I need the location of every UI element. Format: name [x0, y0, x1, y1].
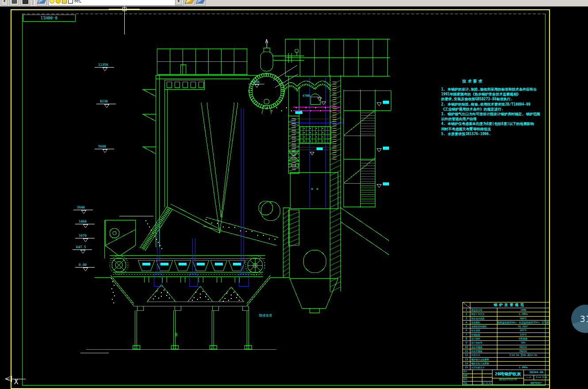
layers-toolbar: ▾ 5孔 ▾	[0, 0, 588, 7]
fill-square-icon[interactable]	[20, 0, 30, 6]
spec-row: 7排烟温度135℃	[463, 333, 549, 337]
signature-row: 制图	[463, 374, 492, 378]
spec-row: 13锅炉最大运输重量	[463, 358, 549, 362]
grid-icon-glyph	[12, 0, 17, 4]
ash-bunker	[95, 275, 283, 310]
elevation-value: 11350	[98, 63, 108, 67]
technical-notes: 技术要求 1. 本锅炉的设计,制造,验收所采用的标准和技术条件应符合 1991年…	[441, 79, 541, 136]
spec-row: 5省煤器受热面积91.92m²	[463, 325, 549, 329]
layer-select[interactable]: 5孔 ▾	[48, 0, 183, 6]
crosshair-cursor-top	[124, 0, 125, 6]
spec-row: 4受热面积辐射受热面积40㎡ 对流受热面积358㎡ 空气预热器313㎡	[463, 321, 549, 325]
tech-notes-body: 1. 本锅炉的设计,制造,验收所采用的标准和技术条件应符合 1991年国家颁布的…	[441, 87, 541, 136]
tech-note-line: 同时不考虑露天布置等特殊情况	[441, 127, 541, 132]
spec-table-header: 锅炉主要规范	[463, 302, 549, 308]
tech-note-line: 5. 水质要求按JB1576-1996.	[441, 132, 541, 136]
tech-note-line: 1991年国家颁布的《热水锅炉安全技术监察规程》	[441, 92, 541, 97]
drawing-title: 20吨锅炉吹灰	[493, 370, 523, 378]
chain-grate	[110, 255, 265, 276]
make-layer-current-icon[interactable]	[185, 0, 195, 6]
signature-grid: 设计制图校对审核96-10-10	[463, 370, 493, 385]
signature-row: 设计	[463, 370, 492, 374]
ucs-icon: X	[5, 376, 26, 386]
layer-properties-glyph	[196, 0, 206, 4]
design-company: 锅炉技术开发设计院	[493, 378, 523, 385]
furnace-enclosure	[140, 75, 279, 251]
manufacturer: 锅炉制造厂	[524, 380, 549, 385]
spec-row: 2额定工作压力1.3MPa	[463, 312, 549, 316]
top-platform-railing	[157, 49, 248, 74]
elevation-value: 2040	[77, 205, 85, 209]
stair-tower	[340, 90, 391, 255]
elevation-value: 1460	[79, 219, 87, 223]
layers-glyph	[37, 0, 47, 4]
sheet-count: 共1张 第1张	[534, 375, 549, 380]
spec-row: 6给水温度105℃	[463, 329, 549, 332]
frame-label: 0-00H11	[41, 15, 57, 20]
spec-table-rows: 1额定热功率14MW2额定工作压力1.3MPa3额定蒸汽温度300℃4受热面积辐…	[463, 308, 549, 370]
bulb-icon[interactable]	[50, 0, 54, 4]
upper-right-railing	[285, 39, 390, 76]
ash-speckles	[153, 290, 240, 302]
tech-note-line: 以外的管道由用户自理	[441, 117, 541, 121]
signature-row: 审核96-10-10	[463, 381, 492, 385]
fill-square-glyph	[23, 0, 28, 4]
coal-feeder	[104, 220, 135, 258]
spec-row: 8设计煤种Ⅱ类烟煤	[463, 337, 549, 341]
tech-note-line: 4. 本锅炉仅考虑基本烈度为8度(包括8度)以下的地震影响	[441, 121, 541, 126]
drawing-number: 50344-0A	[524, 370, 549, 375]
layers-icon[interactable]	[37, 0, 47, 6]
layer-name-label: 5孔	[74, 0, 81, 4]
section-b-label: B	[175, 332, 177, 337]
spec-table-title: 锅炉主要规范	[470, 302, 549, 308]
spec-corner-cell	[463, 302, 470, 308]
tech-note-line: 1. 本锅炉的设计,制造,验收所采用的标准和技术条件应符合	[441, 87, 541, 92]
sun-icon[interactable]	[56, 0, 61, 4]
svg-text:X: X	[14, 378, 18, 386]
spec-row: 14锅炉安装工地重量	[463, 362, 549, 366]
elevation-value: 0.00	[79, 263, 87, 267]
spec-row: 9设计热效率80%	[463, 341, 549, 345]
economizer-tube-bank	[300, 126, 331, 143]
spec-row: 1额定热功率14MW	[463, 308, 549, 312]
left-elevation-markers: 1135082305600204014601070647.50.00	[73, 63, 116, 271]
svg-text:4700: 4700	[302, 94, 310, 98]
drum-elevation-label: 11850	[248, 80, 264, 87]
chevron-down-icon[interactable]: ▾	[175, 0, 182, 5]
stair-treads	[360, 113, 375, 203]
spec-row: 3额定蒸汽温度300℃	[463, 317, 549, 321]
spec-row: 11回水管规格DN250	[463, 349, 549, 353]
slag-removal-label: 除渣装置	[259, 313, 273, 317]
spec-table: 锅炉主要规范 1额定热功率14MW2额定工作压力1.3MPa3额定蒸汽温度300…	[462, 302, 550, 370]
layer-properties-icon[interactable]	[196, 0, 206, 6]
elevation-value: 647.5	[76, 245, 86, 249]
elevation-value: 5600	[98, 144, 107, 148]
elevation-value: 1070	[79, 234, 87, 238]
drawing-scale: 1:25	[524, 375, 534, 380]
downcomer-pipes	[154, 76, 343, 286]
style-dropdown-button[interactable]: ▾	[1, 0, 8, 6]
right-elevation-markers	[377, 101, 389, 188]
support-legs	[133, 310, 252, 349]
toolbar-separator	[33, 0, 34, 5]
tech-note-line: 2. 本锅炉的制造,检验,使用技术要求按JB/T10094-99	[441, 102, 541, 107]
tech-note-line: 3. 锅炉烟气出口方向可按设计院设计锅炉房时确定, 锅炉范围	[441, 112, 541, 117]
grid-icon[interactable]	[9, 0, 19, 6]
cad-application-window: ▾ 5孔 ▾ 0-	[0, 0, 588, 389]
drawing-canvas[interactable]: 0-00H11	[0, 6, 588, 389]
svg-text:11850: 11850	[250, 80, 260, 84]
lower-cyclone	[259, 201, 273, 215]
elevation-value: 8230	[100, 99, 108, 103]
title-block: 设计制图校对审核96-10-10 20吨锅炉吹灰 锅炉技术开发设计院 50344…	[462, 370, 550, 385]
drum-safety-valve	[260, 39, 304, 71]
tech-notes-title: 技术要求	[462, 79, 541, 84]
tech-note-line: 的要求,安装及验收按GB50273-98标准执行.	[441, 97, 541, 102]
signature-row: 校对	[463, 378, 492, 381]
insulation-speckles	[111, 107, 331, 303]
make-layer-current-glyph	[185, 0, 195, 4]
spec-row: 12外形尺寸长14.5m 宽9m 高12.5m	[463, 353, 549, 357]
steam-drum	[249, 65, 298, 114]
lock-icon[interactable]	[62, 0, 67, 4]
wall-hatching	[283, 80, 340, 292]
color-swatch-icon	[68, 0, 73, 4]
